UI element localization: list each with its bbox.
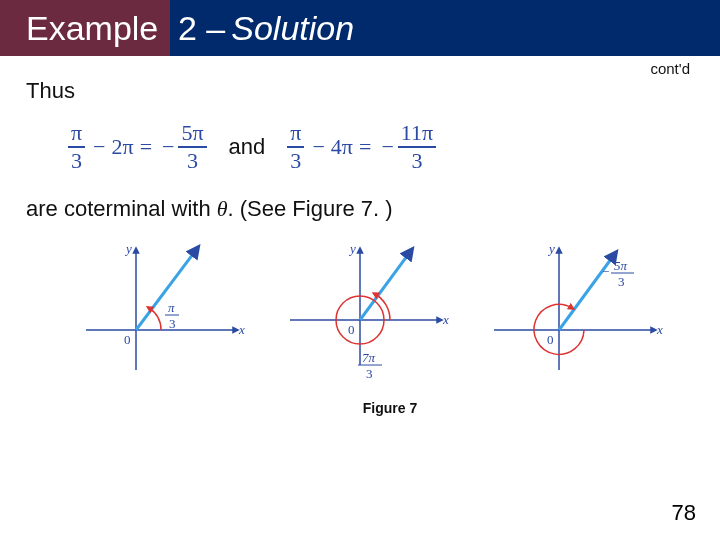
- axis-y-a: y: [124, 241, 132, 256]
- coterm-suffix: . (See Figure 7. ): [228, 196, 393, 221]
- axis-y-b: y: [348, 241, 356, 256]
- coterm-prefix: are coterminal with: [26, 196, 217, 221]
- figure-b: x y 0 7π 3: [280, 240, 450, 390]
- title-right-panel: 2 – Solution: [170, 0, 720, 56]
- svg-line-2: [136, 250, 196, 330]
- eq2-den1: 3: [287, 148, 304, 172]
- figure-row: x y 0 π 3 x y: [76, 240, 694, 390]
- example-number: 2 –: [178, 9, 225, 48]
- fig-c-neg: −: [602, 264, 609, 279]
- axis-y-c: y: [547, 241, 555, 256]
- eq2-fourpi: 4π: [331, 134, 353, 160]
- equation-row: π 3 − 2π = − 5π 3 and π 3 − 4π = −: [66, 122, 694, 172]
- eq1-twopi: 2π: [112, 134, 134, 160]
- eq1-den2: 3: [184, 148, 201, 172]
- eq1-equals: =: [140, 134, 152, 160]
- eq1-num2: 5π: [178, 122, 206, 146]
- figure-c: x y 0 − 5π 3: [484, 240, 664, 380]
- origin-a: 0: [124, 332, 131, 347]
- svg-line-6: [360, 252, 410, 320]
- title-bar: Example 2 – Solution: [0, 0, 720, 56]
- contd-label: cont'd: [650, 60, 690, 77]
- solution-word: Solution: [231, 9, 354, 48]
- fig-a-den: 3: [169, 316, 176, 331]
- equation-2: π 3 − 4π = − 11π 3: [285, 122, 438, 172]
- axis-x-a: x: [238, 322, 245, 337]
- fig-b-den: 3: [366, 366, 373, 381]
- eq2-num2: 11π: [398, 122, 436, 146]
- fig-c-num: 5π: [614, 258, 628, 273]
- eq1-den1: 3: [68, 148, 85, 172]
- thus-text: Thus: [26, 78, 694, 104]
- fig-b-num: 7π: [362, 350, 376, 365]
- axis-x-b: x: [442, 312, 449, 327]
- page-number: 78: [672, 500, 696, 526]
- origin-c: 0: [547, 332, 554, 347]
- slide-body: Thus π 3 − 2π = − 5π 3 and π 3: [0, 56, 720, 416]
- and-word: and: [229, 134, 266, 160]
- figure-a: x y 0 π 3: [76, 240, 246, 380]
- example-word: Example: [26, 9, 158, 48]
- eq2-minus: −: [312, 134, 324, 160]
- eq1-neg: −: [162, 134, 174, 160]
- eq2-neg: −: [381, 134, 393, 160]
- eq2-equals: =: [359, 134, 371, 160]
- coterminal-line: are coterminal with θ. (See Figure 7. ): [26, 196, 694, 222]
- eq1-num1: π: [68, 122, 85, 146]
- fig-a-num: π: [168, 300, 175, 315]
- equation-1: π 3 − 2π = − 5π 3: [66, 122, 209, 172]
- eq2-den2: 3: [408, 148, 425, 172]
- eq2-num1: π: [287, 122, 304, 146]
- title-left-panel: Example: [0, 0, 170, 56]
- figure-caption: Figure 7: [86, 400, 694, 416]
- eq1-minus: −: [93, 134, 105, 160]
- fig-c-den: 3: [618, 274, 625, 289]
- axis-x-c: x: [656, 322, 663, 337]
- theta-symbol: θ: [217, 196, 228, 221]
- origin-b: 0: [348, 322, 355, 337]
